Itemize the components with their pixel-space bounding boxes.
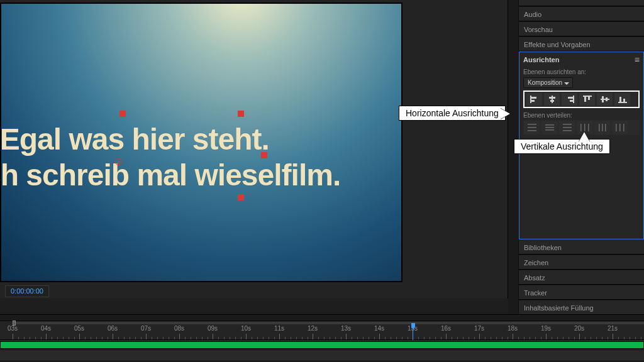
text-line-2: ch schreib mal wieselfilm. — [0, 158, 340, 192]
panel-header-libraries[interactable]: Bibliotheken — [519, 239, 644, 255]
annotation-horizontal: Horizontale Ausrichtung — [399, 106, 506, 121]
svg-rect-2 — [531, 100, 535, 102]
svg-rect-9 — [583, 96, 592, 97]
selection-handle[interactable] — [261, 152, 267, 158]
panel-header-audio[interactable]: Audio — [519, 6, 644, 21]
arrow-right-icon — [500, 108, 516, 119]
svg-rect-26 — [563, 130, 572, 131]
timeline-panel: 03s04s05s06s07s08s09s10s11s12s13s14s15s1… — [0, 314, 644, 362]
svg-rect-30 — [599, 124, 600, 131]
svg-rect-21 — [545, 124, 554, 126]
distribute-right-button — [612, 121, 628, 134]
svg-rect-15 — [618, 102, 627, 103]
playhead[interactable] — [409, 321, 417, 340]
svg-rect-3 — [552, 96, 553, 103]
svg-rect-5 — [550, 100, 554, 102]
svg-rect-20 — [528, 130, 536, 131]
distribute-h-center-button — [594, 121, 610, 134]
align-left-button[interactable] — [526, 93, 542, 106]
svg-rect-35 — [623, 124, 625, 131]
align-h-center-button[interactable] — [544, 93, 560, 106]
panel-header-content-fill[interactable]: Inhaltsbasierte Füllung — [519, 300, 644, 315]
anchor-point-icon[interactable] — [115, 158, 122, 165]
side-panel-stack: Audio Vorschau Effekte und Vorgaben Ausr… — [518, 0, 644, 314]
text-line-1: Egal was hier steht. — [0, 123, 269, 156]
svg-rect-6 — [573, 96, 574, 103]
panel-header-paragraph[interactable]: Absatz — [519, 270, 644, 285]
svg-rect-10 — [584, 97, 586, 102]
align-top-button[interactable] — [579, 93, 595, 106]
svg-rect-19 — [528, 127, 536, 128]
align-to-label: Ebenen ausrichten an: — [523, 69, 640, 75]
ruler-tick: 21s — [613, 321, 644, 339]
svg-rect-1 — [531, 97, 536, 99]
panel-header-effects[interactable]: Effekte und Vorgaben — [519, 36, 644, 52]
svg-rect-31 — [602, 124, 603, 131]
panel-header-tracker[interactable]: Tracker — [519, 285, 644, 300]
distribute-top-button — [524, 121, 540, 134]
timeline-track[interactable] — [0, 340, 644, 350]
align-bottom-button[interactable] — [614, 93, 630, 106]
svg-rect-17 — [623, 99, 625, 102]
svg-rect-16 — [619, 97, 621, 102]
annotation-vertical: Vertikale Ausrichtung — [514, 139, 610, 154]
svg-rect-24 — [563, 124, 572, 125]
svg-rect-32 — [605, 124, 606, 131]
svg-rect-33 — [616, 124, 617, 131]
distribute-bottom-button — [559, 121, 575, 134]
align-right-button[interactable] — [562, 93, 577, 106]
panel-header-preview[interactable]: Vorschau — [519, 21, 644, 36]
svg-rect-14 — [606, 97, 608, 101]
svg-rect-0 — [530, 96, 531, 103]
selection-handle[interactable] — [119, 111, 126, 117]
selection-handle[interactable] — [238, 194, 244, 200]
composition-viewer-frame: Egal was hier steht. ch schreib mal wies… — [0, 0, 508, 299]
composition-canvas[interactable]: Egal was hier steht. ch schreib mal wies… — [0, 3, 402, 282]
align-target-dropdown[interactable]: Komposition — [523, 77, 573, 88]
text-layer[interactable]: Egal was hier steht. ch schreib mal wies… — [0, 122, 340, 193]
svg-rect-13 — [602, 96, 604, 102]
timecode-display[interactable]: 0:00:00:00 — [5, 285, 49, 297]
selection-handle[interactable] — [238, 111, 244, 117]
svg-rect-7 — [568, 97, 573, 99]
distribute-label: Ebenen verteilen: — [523, 112, 640, 119]
svg-rect-11 — [588, 97, 590, 100]
time-ruler[interactable]: 03s04s05s06s07s08s09s10s11s12s13s14s15s1… — [0, 321, 644, 340]
svg-rect-4 — [549, 97, 555, 99]
panel-header-character[interactable]: Zeichen — [519, 255, 644, 270]
svg-rect-25 — [563, 127, 572, 128]
panel-divider — [508, 0, 518, 314]
align-panel-title: Ausrichten — [523, 56, 559, 63]
distribute-v-center-button — [541, 121, 557, 134]
layer-bar[interactable] — [0, 341, 644, 349]
align-buttons-row — [523, 90, 640, 108]
panel-menu-icon[interactable]: ≡ — [635, 55, 640, 65]
align-v-center-button[interactable] — [597, 93, 613, 106]
svg-rect-23 — [545, 129, 554, 131]
svg-rect-22 — [545, 127, 554, 128]
svg-rect-34 — [619, 124, 621, 131]
svg-rect-18 — [528, 124, 536, 125]
arrow-up-icon — [579, 126, 590, 142]
svg-rect-8 — [570, 100, 573, 102]
timeline-track[interactable] — [0, 350, 644, 361]
